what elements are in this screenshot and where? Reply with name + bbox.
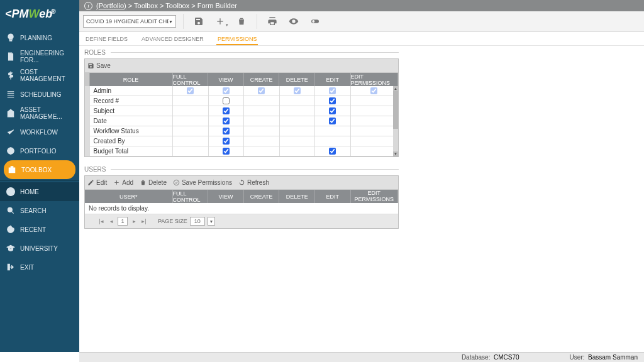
table-row: Workflow Status — [85, 126, 398, 136]
view-icon[interactable] — [286, 13, 302, 30]
pager-last[interactable]: ▸| — [140, 218, 148, 224]
table-row: Date — [85, 116, 398, 126]
tab-permissions[interactable]: PERMISSIONS — [216, 32, 258, 45]
users-delete-button[interactable]: Delete — [140, 179, 167, 186]
checkbox[interactable] — [329, 118, 336, 124]
tab-define-fields[interactable]: DEFINE FIELDS — [84, 32, 129, 45]
checkbox[interactable] — [329, 97, 336, 104]
print-icon[interactable] — [264, 13, 280, 30]
users-refresh-button[interactable]: Refresh — [238, 179, 269, 186]
page-size-select[interactable]: 10 — [190, 217, 205, 226]
save-icon[interactable] — [191, 13, 207, 30]
nav-workflow[interactable]: WORKFLOW — [0, 123, 79, 141]
col-create: CREATE — [244, 73, 280, 86]
table-row: Admin — [85, 86, 398, 96]
svg-point-4 — [312, 20, 314, 23]
users-edit-button[interactable]: Edit — [87, 179, 107, 186]
table-row: Budget Total — [85, 146, 398, 156]
nav-exit[interactable]: EXIT — [0, 258, 79, 277]
logo: <PMWeb® — [0, 0, 79, 28]
nav-costmanagement[interactable]: COST MANAGEMENT — [0, 66, 79, 85]
roles-save-button[interactable]: Save — [87, 62, 111, 69]
col-delete: DELETE — [279, 73, 315, 86]
breadcrumb: i (Portfolio) > Toolbox > Toolbox > Form… — [79, 0, 644, 11]
col-view: VIEW — [208, 73, 244, 86]
svg-point-5 — [174, 180, 179, 185]
nav-engineeringfor[interactable]: ENGINEERING FOR... — [0, 47, 79, 66]
checkbox[interactable] — [223, 118, 230, 124]
nav-search[interactable]: SEARCH — [0, 201, 79, 220]
pager-prev[interactable]: ◂ — [108, 218, 115, 224]
no-records: No records to display. — [85, 203, 398, 214]
delete-icon[interactable] — [233, 13, 250, 30]
page-size-label: PAGE SIZE — [158, 218, 187, 224]
form-select[interactable]: COVID 19 HYGIENE AUDIT CHECKLIST▼ — [83, 15, 176, 28]
roles-scrollbar[interactable]: ▲▼ — [393, 86, 398, 156]
col-editperm: EDIT PERMISSIONS — [351, 73, 398, 86]
roles-section-label: ROLES — [84, 49, 106, 56]
users-saveperm-button[interactable]: Save Permissions — [173, 179, 232, 186]
table-row: Record # — [85, 96, 398, 106]
info-icon[interactable]: i — [84, 2, 92, 10]
status-database: Database: CMCS70 — [462, 354, 519, 361]
checkbox[interactable] — [329, 107, 336, 114]
pager-next[interactable]: ▸ — [130, 218, 138, 224]
svg-point-1 — [7, 188, 15, 196]
checkbox[interactable] — [223, 148, 230, 155]
status-user: User: Bassam Samman — [570, 354, 638, 361]
col-user: USER* — [85, 190, 173, 203]
pager-page[interactable]: 1 — [118, 217, 128, 226]
nav-assetmanageme[interactable]: ASSET MANAGEME... — [0, 104, 79, 123]
checkbox[interactable] — [223, 128, 230, 134]
breadcrumb-portfolio[interactable]: (Portfolio) — [96, 2, 126, 9]
checkbox[interactable] — [223, 97, 230, 104]
svg-point-2 — [8, 207, 12, 212]
nav-portfolio[interactable]: PORTFOLIO — [0, 141, 79, 160]
col-role: ROLE — [90, 73, 173, 86]
table-row: Subject — [85, 106, 398, 116]
nav-toolbox[interactable]: TOOLBOX — [4, 160, 75, 179]
nav-university[interactable]: UNIVERSITY — [0, 239, 79, 258]
checkbox[interactable] — [223, 138, 230, 145]
users-section-label: USERS — [84, 166, 106, 173]
tab-advanced-designer[interactable]: ADVANCED DESIGNER — [140, 32, 205, 45]
users-add-button[interactable]: Add — [113, 179, 133, 186]
page-size-dropdown-icon[interactable]: ▼ — [208, 217, 215, 226]
col-edit: EDIT — [315, 73, 351, 86]
checkbox[interactable] — [329, 148, 336, 155]
col-fullcontrol: FULL CONTROL — [173, 73, 209, 86]
nav-scheduling[interactable]: SCHEDULING — [0, 85, 79, 104]
pager-first[interactable]: |◂ — [97, 218, 105, 224]
toggle-icon[interactable] — [307, 13, 323, 30]
nav-planning[interactable]: PLANNING — [0, 28, 79, 47]
nav-recent[interactable]: RECENT — [0, 220, 79, 239]
checkbox[interactable] — [223, 107, 230, 114]
table-row: Created By — [85, 136, 398, 146]
add-icon[interactable]: ▾ — [212, 13, 228, 30]
nav-home[interactable]: HOME — [0, 182, 79, 201]
